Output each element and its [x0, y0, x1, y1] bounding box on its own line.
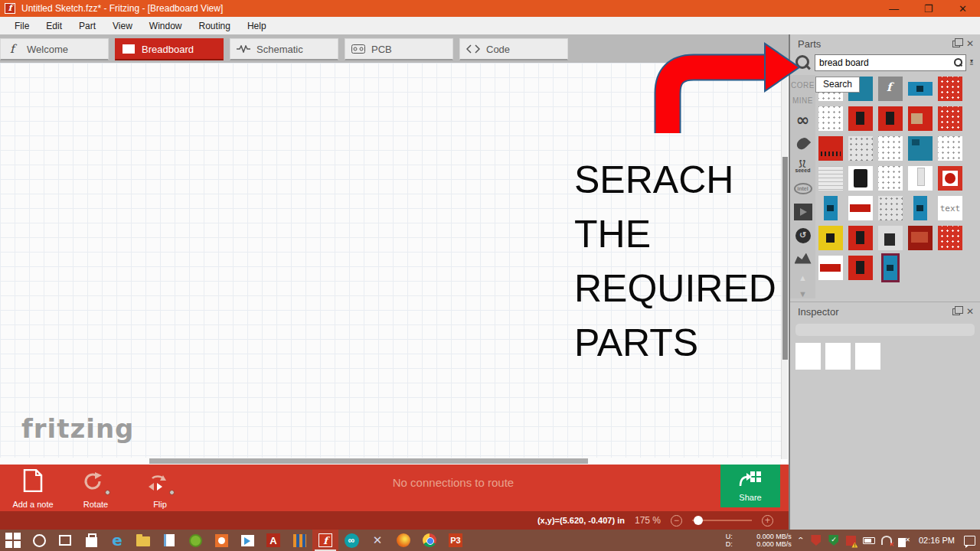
part-button-module[interactable]	[938, 166, 962, 191]
minimize-button[interactable]: —	[877, 0, 911, 17]
part-arduino-nano-selected[interactable]	[884, 256, 897, 280]
part-red-shield[interactable]	[938, 77, 962, 101]
share-button[interactable]: Share	[720, 465, 780, 507]
part-arduino-nano[interactable]	[824, 196, 838, 220]
parts-search-input[interactable]	[815, 54, 966, 71]
taskbar-chrome-icon[interactable]	[416, 530, 443, 551]
action-center-icon[interactable]	[963, 534, 975, 546]
close-panel-icon[interactable]: ✕	[966, 40, 974, 47]
tab-code[interactable]: Code	[459, 38, 568, 60]
scroll-up-icon[interactable]: ▲	[794, 273, 812, 282]
taskbar-autocad-icon[interactable]: A	[260, 530, 286, 551]
part-red-proto-shield[interactable]	[908, 106, 933, 131]
part-gray-perfboard[interactable]	[848, 136, 873, 161]
part-red-chip-board[interactable]	[848, 256, 873, 280]
part-perfboard[interactable]	[818, 106, 843, 131]
battery-icon[interactable]	[863, 534, 875, 546]
defender-shield-icon[interactable]: ✓	[828, 534, 840, 546]
part-red-pin-board[interactable]	[818, 136, 843, 161]
zoom-slider-knob[interactable]	[694, 516, 703, 525]
part-red-grid-board[interactable]	[938, 226, 962, 250]
taskbar-store-icon[interactable]	[78, 530, 104, 551]
seeed-logo-icon[interactable]: ⟆⟅seeed	[794, 158, 812, 174]
menu-edit[interactable]: Edit	[38, 17, 70, 34]
taskbar-cortana-icon[interactable]	[26, 530, 52, 551]
part-motor-driver[interactable]	[878, 226, 903, 250]
clock[interactable]: 02:16 PM	[916, 536, 958, 545]
taskbar-notepad-icon[interactable]	[156, 530, 182, 551]
part-red-grid-board[interactable]	[938, 106, 962, 131]
float-panel-icon[interactable]	[952, 308, 960, 315]
part-arduino-nano[interactable]	[913, 196, 927, 220]
part-red-chip-board[interactable]	[848, 106, 873, 131]
taskbar-edge-icon[interactable]: e	[104, 530, 130, 551]
picaxe-logo-icon[interactable]	[794, 250, 812, 266]
part-red-chip-board[interactable]	[848, 226, 873, 250]
taskbar-orange-app-icon[interactable]	[208, 530, 234, 551]
tab-breadboard[interactable]: Breadboard	[115, 38, 224, 60]
menu-window[interactable]: Window	[141, 17, 191, 34]
snootlab-logo-icon[interactable]: ↺	[794, 227, 812, 243]
part-breadboard[interactable]	[818, 166, 843, 191]
part-perfboard[interactable]	[938, 136, 962, 161]
part-teal-shield[interactable]	[908, 136, 933, 161]
taskbar-task-view-icon[interactable]	[52, 530, 78, 551]
scroll-down-icon[interactable]: ▼	[794, 289, 812, 298]
part-dark-red-board[interactable]	[908, 226, 933, 250]
vertical-scroll-thumb[interactable]	[782, 157, 788, 360]
add-note-button[interactable]: Add a note	[0, 471, 66, 509]
canvas-horizontal-scrollbar[interactable]	[0, 458, 781, 465]
part-red-module[interactable]	[818, 256, 843, 280]
flip-button[interactable]: Flip	[127, 471, 193, 509]
search-input-magnifier-icon[interactable]	[952, 57, 963, 68]
taskbar-x-app-icon[interactable]: ✕	[364, 530, 390, 551]
horizontal-scroll-thumb[interactable]	[149, 458, 588, 464]
menu-file[interactable]: File	[6, 17, 38, 34]
menu-help[interactable]: Help	[239, 17, 275, 34]
zoom-slider[interactable]	[692, 520, 752, 521]
zoom-in-button[interactable]: +	[762, 515, 773, 527]
taskbar-file-explorer-icon[interactable]	[130, 530, 156, 551]
flip-dropdown-icon[interactable]	[169, 490, 175, 495]
security-alert-icon[interactable]	[845, 534, 858, 546]
taskbar-start-icon[interactable]	[0, 530, 26, 551]
rotate-button[interactable]: Rotate	[63, 471, 129, 509]
search-options-dropdown-icon[interactable]: ▾≡	[966, 60, 977, 66]
taskbar-arduino-ide-icon[interactable]: ∞	[338, 530, 364, 551]
part-text-label[interactable]: text	[938, 196, 962, 220]
menu-part[interactable]: Part	[70, 17, 104, 34]
taskbar-firefox-icon[interactable]	[390, 530, 416, 551]
taskbar-powerpoint-icon[interactable]: P3	[443, 530, 469, 551]
parallax-logo-icon[interactable]	[794, 204, 812, 220]
taskbar-green-app-icon[interactable]	[182, 530, 208, 551]
part-yellow-board[interactable]	[818, 226, 843, 250]
part-perfboard[interactable]	[878, 166, 903, 191]
menu-routing[interactable]: Routing	[191, 17, 239, 34]
menu-view[interactable]: View	[104, 17, 141, 34]
tray-overflow-icon[interactable]: ⌃	[797, 536, 805, 544]
part-perfboard[interactable]	[878, 136, 903, 161]
wifi-disconnected-icon[interactable]	[880, 534, 893, 546]
antivirus-shield-icon[interactable]	[810, 534, 822, 546]
part-black-connector[interactable]	[848, 166, 873, 191]
part-gray-perfboard[interactable]	[878, 196, 903, 220]
volume-muted-icon[interactable]	[898, 534, 910, 546]
rotate-dropdown-icon[interactable]	[105, 490, 110, 495]
part-red-chip-board[interactable]	[878, 106, 903, 131]
tab-welcome[interactable]: f Welcome	[0, 38, 109, 60]
part-cable[interactable]	[908, 166, 933, 191]
part-fritzing[interactable]	[878, 77, 903, 101]
tab-schematic[interactable]: Schematic	[230, 38, 338, 60]
taskbar-movie-app-icon[interactable]	[234, 530, 260, 551]
part-red-module[interactable]	[848, 196, 873, 220]
taskbar-film-app-icon[interactable]	[286, 530, 312, 551]
intel-logo-icon[interactable]: intel	[794, 181, 812, 197]
zoom-out-button[interactable]: −	[671, 515, 682, 527]
tab-pcb[interactable]: PCB	[345, 38, 453, 60]
float-panel-icon[interactable]	[952, 41, 960, 47]
part-arduino-nano[interactable]	[908, 82, 933, 96]
restore-button[interactable]: ❐	[911, 0, 946, 17]
close-button[interactable]: ✕	[946, 0, 980, 17]
close-panel-icon[interactable]: ✕	[966, 308, 974, 315]
taskbar-fritzing-icon[interactable]: f	[312, 530, 338, 551]
